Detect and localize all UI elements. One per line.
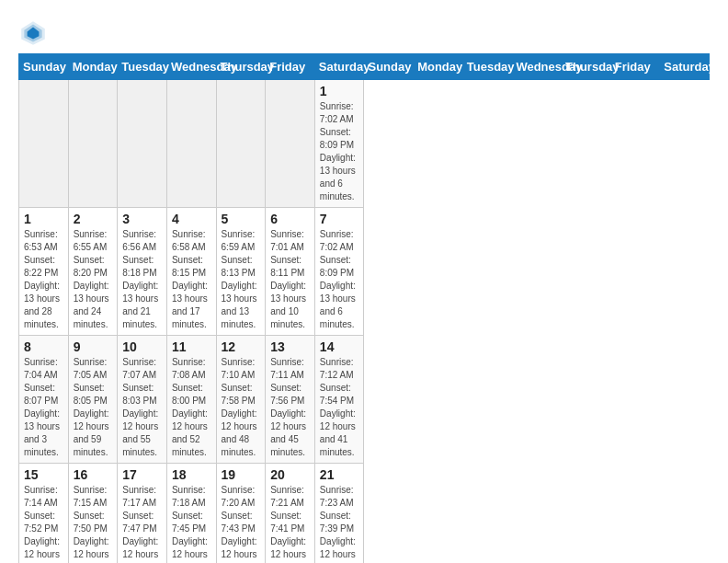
sunrise-text: Sunrise: 6:53 AM bbox=[24, 228, 63, 254]
day-header-sunday: Sunday bbox=[19, 54, 69, 80]
day-header-monday: Monday bbox=[414, 54, 463, 80]
sunset-text: Sunset: 8:20 PM bbox=[74, 254, 113, 280]
calendar-week-1: 1Sunrise: 7:02 AMSunset: 8:09 PMDaylight… bbox=[19, 80, 710, 208]
day-header-friday: Friday bbox=[610, 54, 660, 80]
sunset-text: Sunset: 7:47 PM bbox=[122, 510, 162, 535]
daylight-text: Daylight: 12 hours and 26 minutes. bbox=[172, 535, 211, 563]
cell-content: Sunrise: 7:17 AMSunset: 7:47 PMDaylight:… bbox=[122, 484, 162, 563]
day-number: 13 bbox=[270, 339, 310, 354]
sunset-text: Sunset: 7:58 PM bbox=[222, 382, 261, 408]
sunrise-text: Sunrise: 6:59 AM bbox=[222, 228, 261, 254]
day-header-saturday: Saturday bbox=[660, 54, 710, 80]
cell-content: Sunrise: 7:12 AMSunset: 7:54 PMDaylight:… bbox=[320, 356, 359, 459]
day-number: 8 bbox=[24, 339, 63, 354]
sunrise-text: Sunrise: 6:55 AM bbox=[74, 228, 113, 254]
sunrise-text: Sunrise: 7:01 AM bbox=[270, 228, 310, 254]
sunrise-text: Sunrise: 7:20 AM bbox=[222, 484, 261, 510]
calendar-cell: 3Sunrise: 6:56 AMSunset: 8:18 PMDaylight… bbox=[118, 208, 167, 336]
sunset-text: Sunset: 7:45 PM bbox=[172, 510, 211, 535]
sunrise-text: Sunrise: 7:10 AM bbox=[222, 356, 261, 382]
calendar-cell bbox=[68, 80, 118, 208]
calendar-cell: 19Sunrise: 7:20 AMSunset: 7:43 PMDayligh… bbox=[216, 464, 266, 564]
daylight-text: Daylight: 12 hours and 15 minutes. bbox=[320, 535, 359, 563]
day-header-friday: Friday bbox=[266, 54, 315, 80]
sunset-text: Sunset: 7:56 PM bbox=[270, 382, 310, 408]
sunrise-text: Sunrise: 7:15 AM bbox=[74, 484, 113, 510]
calendar-cell: 1Sunrise: 7:02 AMSunset: 8:09 PMDaylight… bbox=[314, 80, 364, 208]
daylight-text: Daylight: 13 hours and 10 minutes. bbox=[270, 280, 310, 331]
sunrise-text: Sunrise: 7:02 AM bbox=[320, 100, 359, 126]
day-number: 15 bbox=[24, 467, 63, 482]
day-header-wednesday: Wednesday bbox=[512, 54, 562, 80]
daylight-text: Daylight: 13 hours and 13 minutes. bbox=[222, 280, 261, 331]
sunset-text: Sunset: 8:03 PM bbox=[122, 382, 162, 408]
day-number: 1 bbox=[320, 84, 359, 98]
day-number: 7 bbox=[320, 212, 359, 226]
cell-content: Sunrise: 7:14 AMSunset: 7:52 PMDaylight:… bbox=[24, 484, 63, 563]
day-number: 14 bbox=[320, 339, 359, 354]
calendar-cell: 17Sunrise: 7:17 AMSunset: 7:47 PMDayligh… bbox=[118, 464, 167, 564]
calendar-week-2: 1Sunrise: 6:53 AMSunset: 8:22 PMDaylight… bbox=[19, 208, 710, 336]
sunset-text: Sunset: 8:00 PM bbox=[172, 382, 211, 408]
calendar-week-3: 8Sunrise: 7:04 AMSunset: 8:07 PMDaylight… bbox=[19, 336, 710, 464]
sunrise-text: Sunrise: 7:21 AM bbox=[270, 484, 310, 510]
sunset-text: Sunset: 7:41 PM bbox=[270, 510, 310, 535]
sunset-text: Sunset: 8:22 PM bbox=[24, 254, 63, 280]
daylight-text: Daylight: 12 hours and 41 minutes. bbox=[320, 408, 359, 459]
sunset-text: Sunset: 8:05 PM bbox=[74, 382, 113, 408]
sunrise-text: Sunrise: 7:02 AM bbox=[320, 228, 359, 254]
day-header-thursday: Thursday bbox=[562, 54, 611, 80]
cell-content: Sunrise: 7:07 AMSunset: 8:03 PMDaylight:… bbox=[122, 356, 162, 459]
cell-content: Sunrise: 7:08 AMSunset: 8:00 PMDaylight:… bbox=[172, 356, 211, 459]
calendar-cell: 10Sunrise: 7:07 AMSunset: 8:03 PMDayligh… bbox=[118, 336, 167, 464]
cell-content: Sunrise: 7:10 AMSunset: 7:58 PMDaylight:… bbox=[222, 356, 261, 459]
day-number: 5 bbox=[222, 212, 261, 226]
calendar-cell: 4Sunrise: 6:58 AMSunset: 8:15 PMDaylight… bbox=[166, 208, 216, 336]
day-number: 2 bbox=[74, 212, 113, 226]
calendar-cell bbox=[118, 80, 167, 208]
sunset-text: Sunset: 8:11 PM bbox=[270, 254, 310, 280]
day-header-saturday: Saturday bbox=[314, 54, 364, 80]
day-number: 11 bbox=[172, 339, 211, 354]
daylight-text: Daylight: 12 hours and 55 minutes. bbox=[122, 408, 162, 459]
daylight-text: Daylight: 12 hours and 19 minutes. bbox=[270, 535, 310, 563]
daylight-text: Daylight: 12 hours and 23 minutes. bbox=[222, 535, 261, 563]
cell-content: Sunrise: 7:15 AMSunset: 7:50 PMDaylight:… bbox=[74, 484, 113, 563]
daylight-text: Daylight: 12 hours and 52 minutes. bbox=[172, 408, 211, 459]
calendar-table: SundayMondayTuesdayWednesdayThursdayFrid… bbox=[18, 53, 710, 563]
cell-content: Sunrise: 7:11 AMSunset: 7:56 PMDaylight:… bbox=[270, 356, 310, 459]
sunset-text: Sunset: 7:39 PM bbox=[320, 510, 359, 535]
day-number: 18 bbox=[172, 467, 211, 482]
day-header-wednesday: Wednesday bbox=[166, 54, 216, 80]
day-number: 4 bbox=[172, 212, 211, 226]
day-number: 6 bbox=[270, 212, 310, 226]
sunset-text: Sunset: 8:09 PM bbox=[320, 254, 359, 280]
calendar-week-4: 15Sunrise: 7:14 AMSunset: 7:52 PMDayligh… bbox=[19, 464, 710, 564]
cell-content: Sunrise: 6:59 AMSunset: 8:13 PMDaylight:… bbox=[222, 228, 261, 331]
calendar-cell: 11Sunrise: 7:08 AMSunset: 8:00 PMDayligh… bbox=[166, 336, 216, 464]
daylight-text: Daylight: 13 hours and 3 minutes. bbox=[24, 408, 63, 459]
daylight-text: Daylight: 13 hours and 17 minutes. bbox=[172, 280, 211, 331]
sunrise-text: Sunrise: 7:07 AM bbox=[122, 356, 162, 382]
sunset-text: Sunset: 7:50 PM bbox=[74, 510, 113, 535]
calendar-cell bbox=[166, 80, 216, 208]
sunset-text: Sunset: 8:13 PM bbox=[222, 254, 261, 280]
daylight-text: Daylight: 13 hours and 6 minutes. bbox=[320, 280, 359, 331]
daylight-text: Daylight: 13 hours and 28 minutes. bbox=[24, 280, 63, 331]
calendar-cell: 14Sunrise: 7:12 AMSunset: 7:54 PMDayligh… bbox=[314, 336, 364, 464]
sunrise-text: Sunrise: 7:18 AM bbox=[172, 484, 211, 510]
day-number: 1 bbox=[24, 212, 63, 226]
calendar-cell bbox=[266, 80, 315, 208]
daylight-text: Daylight: 13 hours and 24 minutes. bbox=[74, 280, 113, 331]
sunrise-text: Sunrise: 6:58 AM bbox=[172, 228, 211, 254]
day-number: 12 bbox=[222, 339, 261, 354]
calendar-cell: 2Sunrise: 6:55 AMSunset: 8:20 PMDaylight… bbox=[68, 208, 118, 336]
day-number: 10 bbox=[122, 339, 162, 354]
cell-content: Sunrise: 7:05 AMSunset: 8:05 PMDaylight:… bbox=[74, 356, 113, 459]
sunset-text: Sunset: 7:54 PM bbox=[320, 382, 359, 408]
sunset-text: Sunset: 8:09 PM bbox=[320, 126, 359, 152]
sunset-text: Sunset: 8:18 PM bbox=[122, 254, 162, 280]
day-header-tuesday: Tuesday bbox=[118, 54, 167, 80]
calendar-cell: 8Sunrise: 7:04 AMSunset: 8:07 PMDaylight… bbox=[19, 336, 69, 464]
calendar-cell: 1Sunrise: 6:53 AMSunset: 8:22 PMDaylight… bbox=[19, 208, 69, 336]
